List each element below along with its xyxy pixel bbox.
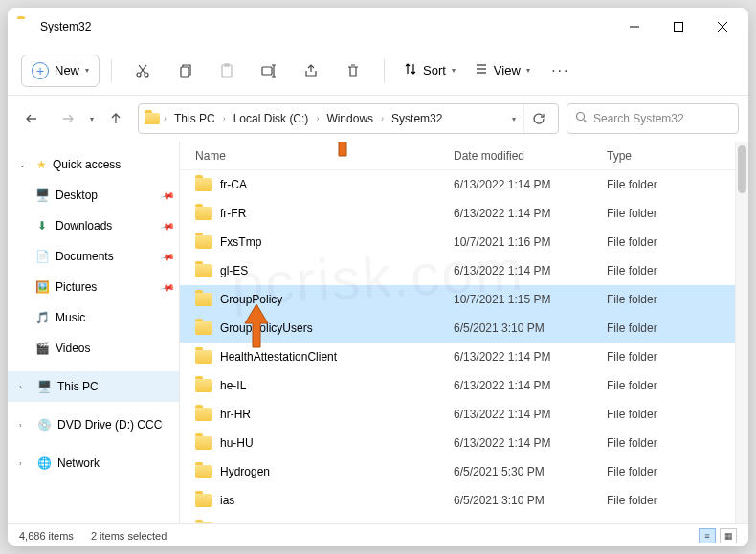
file-date: 6/13/2022 1:14 PM — [454, 207, 607, 220]
search-box[interactable]: Search System32 — [567, 103, 739, 134]
svg-rect-1 — [675, 23, 683, 32]
status-bar: 4,686 items 2 items selected ≡ ▦ — [8, 523, 748, 546]
pin-icon: 📌 — [160, 188, 175, 203]
view-button[interactable]: View ▾ — [467, 55, 538, 87]
folder-icon — [195, 264, 212, 277]
file-name: gl-ES — [220, 264, 248, 277]
table-row[interactable]: hu-HU 6/13/2022 1:14 PM File folder — [180, 429, 748, 457]
icons-view-button[interactable]: ▦ — [720, 528, 737, 543]
nav-desktop[interactable]: 🖥️Desktop📌 — [8, 180, 179, 211]
expand-icon[interactable]: › — [19, 421, 31, 430]
chevron-right-icon: › — [316, 114, 319, 123]
music-icon: 🎵 — [34, 310, 50, 325]
file-type: File folder — [607, 379, 748, 392]
details-view-button[interactable]: ≡ — [699, 528, 716, 543]
table-row[interactable]: hr-HR 6/13/2022 1:14 PM File folder — [180, 400, 748, 429]
collapse-icon[interactable]: ⌄ — [19, 161, 31, 169]
view-label: View — [494, 63, 521, 78]
svg-rect-9 — [222, 65, 232, 77]
delete-button[interactable] — [334, 55, 372, 87]
table-row[interactable]: fr-CA 6/13/2022 1:14 PM File folder — [180, 170, 748, 199]
nav-dvd-drive[interactable]: ›💿DVD Drive (D:) CCCC — [8, 410, 179, 440]
nav-music[interactable]: 🎵Music — [8, 302, 179, 333]
file-type: File folder — [607, 408, 748, 421]
table-row[interactable]: icsxml 6/5/2021 3:10 PM File folder — [180, 515, 748, 523]
share-button[interactable] — [292, 55, 330, 87]
pin-icon: 📌 — [160, 218, 175, 233]
documents-icon: 📄 — [34, 249, 50, 264]
column-headers[interactable]: Name Date modified Type — [180, 142, 748, 170]
search-icon — [575, 111, 588, 126]
breadcrumb-segment[interactable]: System32 — [388, 110, 446, 127]
nav-documents[interactable]: 📄Documents📌 — [8, 241, 179, 272]
svg-rect-11 — [262, 67, 272, 75]
arrow-annotation-breadcrumb — [323, 142, 362, 161]
sort-button[interactable]: Sort ▾ — [396, 55, 463, 87]
table-row[interactable]: fr-FR 6/13/2022 1:14 PM File folder — [180, 199, 748, 228]
maximize-button[interactable] — [656, 8, 700, 46]
search-placeholder: Search System32 — [593, 112, 684, 125]
folder-icon — [195, 293, 212, 306]
folder-icon — [195, 235, 212, 249]
svg-point-4 — [137, 73, 141, 77]
svg-line-6 — [141, 65, 147, 74]
forward-button[interactable] — [54, 104, 82, 133]
new-button[interactable]: + New ▾ — [21, 55, 100, 87]
file-type: File folder — [607, 321, 748, 335]
more-button[interactable]: ··· — [542, 55, 580, 87]
rename-button[interactable] — [250, 55, 288, 87]
cut-button[interactable] — [123, 55, 162, 87]
chevron-down-icon: ▾ — [85, 66, 89, 75]
nav-label: DVD Drive (D:) CCCC — [57, 418, 163, 432]
chevron-right-icon: › — [164, 114, 167, 123]
content-area: ⌄ ★ Quick access 🖥️Desktop📌 ⬇Downloads📌 … — [8, 142, 748, 523]
table-row[interactable]: gl-ES 6/13/2022 1:14 PM File folder — [180, 256, 748, 285]
address-bar[interactable]: › This PC › Local Disk (C:) › Windows › … — [138, 103, 559, 134]
refresh-button[interactable] — [523, 104, 552, 133]
file-date: 6/13/2022 1:14 PM — [454, 408, 607, 421]
history-chevron-icon[interactable]: ▾ — [90, 115, 94, 123]
nav-downloads[interactable]: ⬇Downloads📌 — [8, 211, 179, 241]
expand-icon[interactable]: › — [19, 459, 31, 468]
file-type: File folder — [607, 207, 748, 220]
file-type: File folder — [607, 436, 748, 450]
pc-icon: 🖥️ — [36, 379, 52, 394]
nav-network[interactable]: ›🌐Network — [8, 448, 179, 478]
back-button[interactable] — [17, 104, 46, 133]
breadcrumb-segment[interactable]: This PC — [170, 110, 219, 127]
paste-button[interactable] — [208, 55, 246, 87]
chevron-down-icon[interactable]: ▾ — [512, 115, 516, 123]
folder-icon — [145, 113, 160, 124]
scrollbar[interactable] — [735, 142, 748, 523]
nav-this-pc[interactable]: ›🖥️This PC — [8, 371, 179, 402]
svg-line-19 — [584, 120, 587, 122]
breadcrumb-segment[interactable]: Windows — [322, 110, 377, 127]
file-name: HealthAttestationClient — [220, 350, 337, 364]
nav-quick-access[interactable]: ⌄ ★ Quick access — [8, 149, 179, 180]
folder-icon — [195, 350, 212, 364]
titlebar[interactable]: System32 — [8, 8, 748, 46]
new-label: New — [55, 63, 79, 78]
desktop-icon: 🖥️ — [34, 188, 50, 203]
navigation-pane[interactable]: ⌄ ★ Quick access 🖥️Desktop📌 ⬇Downloads📌 … — [8, 142, 180, 523]
toolbar: + New ▾ Sort ▾ View ▾ ··· — [8, 46, 748, 96]
table-row[interactable]: ias 6/5/2021 3:10 PM File folder — [180, 486, 748, 515]
file-name: hr-HR — [220, 408, 251, 421]
close-button[interactable] — [700, 8, 745, 46]
nav-pictures[interactable]: 🖼️Pictures📌 — [8, 272, 179, 302]
minimize-button[interactable] — [612, 8, 656, 46]
pin-icon: 📌 — [160, 249, 175, 264]
file-name: ias — [220, 494, 234, 507]
table-row[interactable]: he-IL 6/13/2022 1:14 PM File folder — [180, 371, 748, 400]
view-toggle: ≡ ▦ — [699, 528, 737, 543]
table-row[interactable]: FxsTmp 10/7/2021 1:16 PM File folder — [180, 228, 748, 256]
table-row[interactable]: Hydrogen 6/5/2021 5:30 PM File folder — [180, 457, 748, 486]
up-button[interactable] — [101, 104, 130, 133]
column-date[interactable]: Date modified — [454, 149, 607, 163]
column-type[interactable]: Type — [607, 149, 748, 163]
breadcrumb-segment[interactable]: Local Disk (C:) — [230, 110, 313, 127]
copy-button[interactable] — [166, 55, 204, 87]
file-date: 6/13/2022 1:14 PM — [454, 379, 607, 392]
expand-icon[interactable]: › — [19, 383, 31, 391]
nav-videos[interactable]: 🎬Videos — [8, 333, 179, 364]
